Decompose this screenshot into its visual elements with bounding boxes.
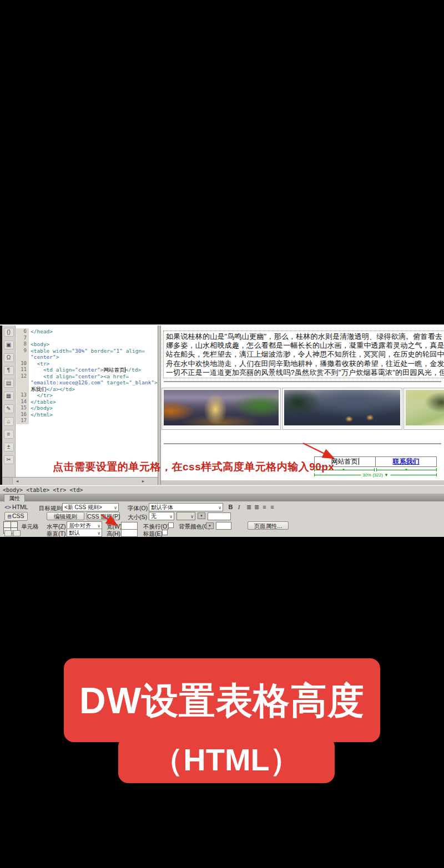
photo-cell bbox=[162, 388, 281, 430]
code-line[interactable]: 10 <tr> bbox=[16, 361, 158, 367]
code-lines[interactable]: 6</head>78<body>9<table width="30%" bord… bbox=[16, 326, 158, 477]
merge-cells-icon[interactable] bbox=[4, 530, 12, 536]
select-parent-tag-icon[interactable]: ▦ bbox=[4, 392, 14, 400]
chevron-down-icon: ∨ bbox=[218, 504, 221, 511]
scroll-left-icon[interactable]: ◄ bbox=[14, 478, 21, 484]
collapse-full-tag-icon[interactable]: Ω bbox=[4, 353, 14, 362]
code-line[interactable]: 17 bbox=[16, 418, 158, 424]
line-number bbox=[16, 379, 29, 386]
italic-button[interactable]: I bbox=[235, 504, 243, 510]
paragraph-line: 一切不正是一道道更加亮丽的风景线吗?虽然欣赏不到"万户炊烟暮霭浓"的田园风光，但… bbox=[166, 368, 444, 377]
design-scroll-strip[interactable] bbox=[161, 480, 444, 485]
css-mode-button[interactable]: ▤CSS bbox=[4, 512, 28, 521]
code-horizontal-scrollbar[interactable]: ◄ ► bbox=[0, 477, 158, 485]
header-checkbox[interactable] bbox=[162, 530, 168, 535]
cell-height-input[interactable] bbox=[121, 529, 138, 537]
line-number: 12 bbox=[16, 373, 29, 380]
open-documents-icon[interactable]: () bbox=[4, 328, 14, 337]
scroll-right-icon[interactable]: ► bbox=[140, 478, 147, 484]
cell-width-input[interactable] bbox=[121, 522, 138, 530]
banner-title-line1: DW设置表格高度 bbox=[64, 663, 380, 738]
tab-properties[interactable]: 属性 bbox=[4, 494, 25, 502]
code-text: </html> bbox=[29, 412, 53, 418]
split-cell-icon[interactable] bbox=[12, 530, 21, 536]
target-rule-select[interactable]: <新 CSS 规则>∨ bbox=[62, 503, 119, 511]
nav-cell-contact[interactable]: 联系我们 bbox=[376, 457, 436, 466]
nowrap-checkbox[interactable] bbox=[168, 522, 174, 528]
column-menu-icon[interactable]: ▼ bbox=[405, 468, 408, 471]
screenshot-root: ()▣Ω¶▤▦✎⌂≡±✂ 6</head>78<body>9<table wid… bbox=[0, 0, 444, 868]
code-text: <table width="30%" border="1" align= bbox=[29, 348, 145, 354]
css-panel-button[interactable]: CSS 面板(P) bbox=[87, 512, 120, 520]
show-code-navigator-icon[interactable]: ▣ bbox=[4, 341, 14, 349]
code-snippet-icon[interactable]: ✂ bbox=[4, 455, 14, 464]
column-menu-icon[interactable]: ▼ bbox=[342, 468, 345, 471]
bg-color-input[interactable] bbox=[216, 522, 231, 530]
text-color-input[interactable] bbox=[208, 512, 231, 520]
page-properties-button[interactable]: 页面属性... bbox=[248, 521, 289, 530]
code-text bbox=[29, 335, 31, 342]
code-text: 系我们</a></td> bbox=[29, 386, 75, 393]
dreamweaver-window: ()▣Ω¶▤▦✎⌂≡±✂ 6</head>78<body>9<table wid… bbox=[0, 324, 444, 536]
code-line[interactable]: 13 </tr> bbox=[16, 392, 158, 399]
code-text: </head> bbox=[29, 328, 53, 335]
expand-all-icon[interactable]: ▤ bbox=[4, 379, 14, 388]
bold-button[interactable]: B bbox=[227, 504, 234, 510]
font-select[interactable]: 默认字体∨ bbox=[149, 503, 223, 511]
height-label: 高(H) bbox=[107, 530, 120, 538]
code-line[interactable]: 16</html> bbox=[16, 412, 158, 418]
size-select[interactable]: 无∨ bbox=[149, 512, 174, 520]
table-width-label[interactable]: 30% (322) ▼ bbox=[361, 473, 390, 478]
contact-link[interactable]: 联系我们 bbox=[393, 458, 420, 465]
line-number bbox=[16, 386, 29, 393]
target-rule-label: 目标规则 bbox=[39, 505, 62, 512]
header-label: 标题(E) bbox=[143, 530, 163, 538]
code-line[interactable]: 15</body> bbox=[16, 405, 158, 412]
text-color-well[interactable]: ▼ bbox=[198, 512, 205, 519]
outdent-icon[interactable]: ≡ bbox=[261, 504, 268, 510]
code-text: </table> bbox=[29, 399, 56, 405]
edit-rule-button[interactable]: 编辑规则 bbox=[47, 512, 84, 520]
code-line[interactable]: "center"> bbox=[16, 354, 158, 361]
code-text: <tr> bbox=[29, 361, 49, 367]
code-line[interactable]: 9<table width="30%" border="1" align= bbox=[16, 348, 158, 354]
line-number: 15 bbox=[16, 405, 29, 412]
code-line[interactable]: 6</head> bbox=[16, 328, 158, 335]
bg-color-well[interactable]: ▼ bbox=[206, 522, 214, 529]
ordered-list-icon[interactable]: ≣ bbox=[253, 504, 260, 511]
code-line[interactable]: 11 <td align="center">网站首页</td> bbox=[16, 367, 158, 373]
size-unit-select[interactable]: ∨ bbox=[176, 512, 195, 520]
cell-label: 单元格 bbox=[21, 523, 39, 531]
code-line[interactable]: 12 <td align="center"><a href= bbox=[16, 373, 158, 380]
vertical-align-select[interactable]: 默认∨ bbox=[67, 529, 102, 537]
design-paragraph[interactable]: 如果说桂林的山是"鸟鸣山更幽"，那么，桂林的水则是清澈透明、绿得欲滴。俯首看去，… bbox=[163, 331, 444, 378]
paragraph-line: 站在船头，凭栏望去，漓江上烟波浩渺，令人神思不知所往，冥冥间，在历史的轮回中，我… bbox=[166, 350, 444, 359]
highlight-invalid-code-icon[interactable]: ≡ bbox=[4, 430, 14, 439]
code-text: </body> bbox=[29, 405, 53, 412]
indent-icon[interactable]: ≡ bbox=[269, 504, 276, 510]
line-number: 16 bbox=[16, 412, 29, 418]
line-number: 6 bbox=[16, 328, 29, 335]
line-number: 8 bbox=[16, 341, 29, 348]
code-text: <body> bbox=[29, 341, 49, 348]
size-label: 大小(S) bbox=[128, 514, 147, 521]
word-wrap-icon[interactable]: ± bbox=[4, 443, 14, 451]
html-mode-icon: <> bbox=[4, 504, 11, 510]
html-mode-button[interactable]: <>HTML bbox=[4, 504, 28, 510]
code-text bbox=[29, 418, 31, 424]
banner-title-line2: （HTML） bbox=[118, 738, 335, 782]
unordered-list-icon[interactable]: ≣ bbox=[245, 504, 253, 511]
collapse-selection-icon[interactable]: ¶ bbox=[4, 366, 14, 375]
code-line[interactable]: 14</table> bbox=[16, 399, 158, 405]
balance-braces-icon[interactable]: ✎ bbox=[4, 404, 14, 413]
line-numbers-icon[interactable]: ⌂ bbox=[4, 417, 14, 426]
code-line[interactable]: 7 bbox=[16, 335, 158, 342]
line-number: 14 bbox=[16, 399, 29, 405]
code-line[interactable]: 系我们</a></td> bbox=[16, 386, 158, 393]
tag-selector[interactable]: <body> <table> <tr> <td> bbox=[0, 485, 444, 494]
line-number bbox=[16, 354, 29, 361]
photo-cell bbox=[403, 388, 444, 430]
code-view-pane[interactable]: ()▣Ω¶▤▦✎⌂≡±✂ 6</head>78<body>9<table wid… bbox=[0, 326, 158, 477]
code-line[interactable]: "emailto:xuece@126.com" target="_blank">… bbox=[16, 379, 158, 386]
code-line[interactable]: 8<body> bbox=[16, 341, 158, 348]
